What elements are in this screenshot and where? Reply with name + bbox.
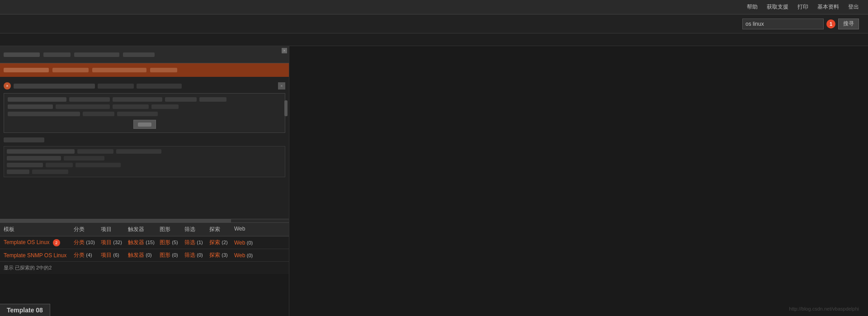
main-content: × ×	[0, 46, 868, 316]
col-item: 项目	[101, 226, 128, 233]
item-count-2: (6)	[113, 252, 119, 258]
right-panel: http://blog.csdn.net/vbaspdelphi	[289, 46, 868, 316]
filter-count-1: (1)	[197, 240, 203, 245]
trigger-link-1[interactable]: 触发器	[128, 239, 144, 245]
trigger-link-2[interactable]: 触发器	[128, 252, 144, 258]
explore-link-2[interactable]: 探索	[209, 252, 220, 258]
filter-link-2[interactable]: 筛选	[184, 252, 195, 258]
nav-support[interactable]: 获取支援	[767, 3, 788, 11]
trigger-count-2: (0)	[146, 252, 151, 258]
cell-item-2: 项目 (6)	[101, 251, 128, 259]
explore-count-1: (2)	[222, 240, 227, 245]
web-count-2: (0)	[247, 253, 253, 258]
graph-link-2[interactable]: 图形	[160, 252, 170, 258]
search-button[interactable]: 搜寻	[838, 19, 859, 29]
cell-filter-2: 筛选 (0)	[184, 251, 209, 259]
cell-template-name-2: Template SNMP OS Linux	[4, 252, 74, 259]
category-link-1[interactable]: 分类	[74, 239, 85, 245]
cell-explore-2: 探索 (3)	[209, 251, 234, 259]
col-template: 模板	[4, 226, 74, 233]
trigger-count-1: (15)	[146, 240, 155, 245]
filter-count-2: (0)	[197, 252, 203, 258]
left-panel: × ×	[0, 46, 289, 316]
filter-link-1[interactable]: 筛选	[184, 239, 195, 245]
footer-url: http://blog.csdn.net/vbaspdelphi	[789, 306, 859, 311]
template-link-1[interactable]: Template OS Linux	[4, 239, 49, 245]
template-badge-1: 2	[53, 239, 60, 246]
cell-trigger-1: 触发器 (15)	[128, 239, 160, 246]
col-web: Web	[234, 226, 257, 233]
item-link-1[interactable]: 项目	[101, 239, 112, 245]
top-navigation: 帮助 获取支援 打印 基本资料 登出	[0, 0, 868, 14]
item-link-2[interactable]: 项目	[101, 252, 112, 258]
web-link-2[interactable]: Web	[234, 252, 245, 259]
col-graph: 图形	[160, 226, 184, 233]
search-input-wrapper: 1 搜寻	[742, 19, 859, 29]
cell-item-1: 项目 (32)	[101, 239, 128, 246]
category-count-1: (10)	[86, 240, 95, 245]
nav-profile[interactable]: 基本资料	[817, 3, 839, 11]
table-row: Template SNMP OS Linux 分类 (4) 项目 (6) 触发器…	[0, 249, 289, 262]
table-row: Template OS Linux 2 分类 (10) 项目 (32) 触发器 …	[0, 236, 289, 249]
nav-help[interactable]: 帮助	[747, 3, 758, 11]
item-count-1: (32)	[113, 240, 122, 245]
category-link-2[interactable]: 分类	[74, 252, 85, 258]
cell-filter-1: 筛选 (1)	[184, 239, 209, 246]
graph-count-1: (5)	[172, 240, 178, 245]
cell-template-name: Template OS Linux 2	[4, 239, 74, 246]
col-category: 分类	[74, 226, 101, 233]
explore-count-2: (3)	[222, 252, 227, 258]
search-bar-row: 1 搜寻	[0, 14, 868, 33]
cell-explore-1: 探索 (2)	[209, 239, 234, 246]
cell-web-1: Web (0)	[234, 240, 257, 246]
web-count-1: (0)	[247, 240, 253, 245]
scrollbar-thumb[interactable]	[284, 100, 288, 116]
category-count-2: (4)	[86, 252, 92, 258]
cell-graph-1: 图形 (5)	[160, 239, 184, 246]
cell-graph-2: 图形 (0)	[160, 251, 184, 259]
cell-category-1: 分类 (10)	[74, 239, 101, 246]
table-footer: 显示 已探索的 2中的2	[0, 262, 289, 274]
nav-logout[interactable]: 登出	[848, 3, 859, 11]
nav-print[interactable]: 打印	[797, 3, 808, 11]
cell-trigger-2: 触发器 (0)	[128, 251, 160, 259]
col-filter: 筛选	[184, 226, 209, 233]
web-link-1[interactable]: Web	[234, 240, 245, 246]
secondary-nav	[0, 33, 868, 46]
col-trigger: 触发器	[128, 226, 160, 233]
explore-link-1[interactable]: 探索	[209, 239, 220, 245]
search-input[interactable]	[742, 19, 824, 29]
table-header: 模板 分类 项目 触发器 图形 筛选 探索 Web	[0, 223, 289, 236]
cell-web-2: Web (0)	[234, 252, 257, 259]
graph-link-1[interactable]: 图形	[160, 239, 170, 245]
col-explore: 探索	[209, 226, 234, 233]
template-link-2[interactable]: Template SNMP OS Linux	[4, 252, 66, 259]
template-label: Template 08	[0, 304, 50, 316]
graph-count-2: (0)	[172, 252, 178, 258]
cell-category-2: 分类 (4)	[74, 251, 101, 259]
result-count-text: 显示 已探索的 2中的2	[4, 265, 52, 270]
close-button[interactable]: ×	[282, 48, 287, 53]
blurred-area: × ×	[0, 46, 289, 222]
search-badge: 1	[826, 19, 835, 28]
results-table: 模板 分类 项目 触发器 图形 筛选 探索 Web Template OS Li…	[0, 222, 289, 274]
